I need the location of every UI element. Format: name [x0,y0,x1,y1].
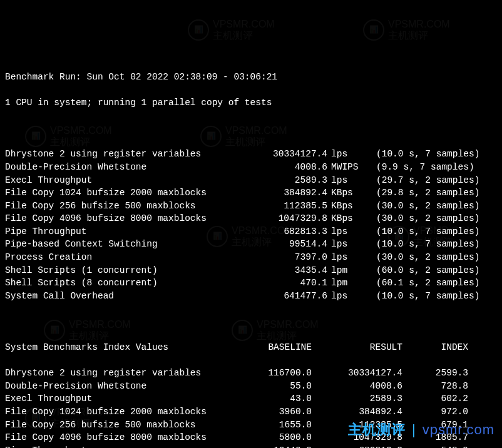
result-value: 99514.4 [243,238,327,251]
result-row: File Copy 256 bufsize 500 maxblocks11238… [5,200,502,213]
cpu-header: 1 CPU in system; running 1 parallel copy… [5,96,502,109]
credit-badge: 主机测评 | vpsmr.com [348,420,494,439]
index-name: Execl Throughput [5,392,237,405]
index-row: Double-Precision Whetstone55.04008.6728.… [5,380,502,393]
result-value: 2589.3 [243,174,327,187]
credit-cn: 主机测评 [348,420,406,439]
index-row: Pipe Throughput12440.0682813.3548.9 [5,444,502,448]
result-unit: lps [327,174,365,187]
result-value: 7397.0 [243,251,327,264]
result-timing: (10.0 s, 7 samples) [365,225,479,238]
index-row: File Copy 1024 bufsize 2000 maxblocks396… [5,405,502,419]
result-unit: lpm [327,277,365,290]
result-row: Execl Throughput2589.3lps(29.7 s, 2 samp… [5,174,502,187]
result-unit: lps [327,148,365,161]
result-timing: (10.0 s, 7 samples) [365,290,479,303]
result-row: System Call Overhead641477.6lps(10.0 s, … [5,290,502,303]
index-result: 384892.4 [312,405,402,419]
run-header: Benchmark Run: Sun Oct 02 2022 02:38:09 … [5,71,502,84]
result-unit: MWIPS [327,161,365,174]
index-header: System Benchmarks Index ValuesBASELINERE… [5,341,502,354]
result-unit: lps [327,251,365,264]
result-unit: KBps [327,200,365,213]
index-index: 602.2 [402,392,468,405]
result-name: File Copy 4096 bufsize 8000 maxblocks [5,212,243,225]
result-row: Pipe-based Context Switching99514.4lps(1… [5,238,502,251]
index-row: Dhrystone 2 using register variables1167… [5,367,502,380]
result-unit: lps [327,238,365,251]
index-baseline: 3960.0 [237,405,312,419]
result-value: 641477.6 [243,290,327,303]
result-value: 30334127.4 [243,148,327,161]
index-name: File Copy 1024 bufsize 2000 maxblocks [5,405,237,419]
index-baseline: 116700.0 [237,367,312,380]
result-unit: lps [327,290,365,303]
result-row: Process Creation7397.0lps(30.0 s, 2 samp… [5,251,502,264]
index-baseline: 5800.0 [237,431,312,444]
index-index: 972.0 [402,405,468,419]
result-name: Pipe-based Context Switching [5,238,243,251]
result-value: 384892.4 [243,186,327,200]
result-value: 4008.6 [243,161,327,174]
result-value: 1047329.8 [243,212,327,225]
terminal-output: Benchmark Run: Sun Oct 02 2022 02:38:09 … [5,58,502,448]
index-name: File Copy 4096 bufsize 8000 maxblocks [5,431,237,444]
index-baseline: 43.0 [237,392,312,405]
result-name: Shell Scripts (8 concurrent) [5,277,243,290]
result-timing: (60.0 s, 2 samples) [365,264,479,277]
result-timing: (60.1 s, 2 samples) [365,277,479,290]
index-index: 548.9 [402,444,468,448]
index-index: 2599.3 [402,367,468,380]
index-baseline: 55.0 [237,380,312,393]
index-baseline: 12440.0 [237,444,312,448]
result-unit: lps [327,225,365,238]
result-unit: KBps [327,186,365,200]
result-row: File Copy 4096 bufsize 8000 maxblocks104… [5,212,502,225]
index-result: 4008.6 [312,380,402,393]
index-result: 682813.3 [312,444,402,448]
result-timing: (29.7 s, 2 samples) [365,174,479,187]
result-timing: (30.0 s, 2 samples) [365,200,479,213]
index-row: Execl Throughput43.02589.3602.2 [5,392,502,405]
result-row: Double-Precision Whetstone4008.6MWIPS(9.… [5,161,502,174]
result-value: 112385.5 [243,200,327,213]
index-name: Dhrystone 2 using register variables [5,367,237,380]
result-name: Execl Throughput [5,174,243,187]
result-name: Shell Scripts (1 concurrent) [5,264,243,277]
result-timing: (10.0 s, 7 samples) [365,148,479,161]
result-timing: (30.0 s, 2 samples) [365,212,479,225]
results-table: Dhrystone 2 using register variables3033… [5,148,502,302]
index-name: Double-Precision Whetstone [5,380,237,393]
index-baseline: 1655.0 [237,419,312,432]
result-name: Dhrystone 2 using register variables [5,148,243,161]
result-name: Double-Precision Whetstone [5,161,243,174]
result-row: Dhrystone 2 using register variables3033… [5,148,502,161]
result-row: Shell Scripts (8 concurrent)470.1lpm(60.… [5,277,502,290]
result-timing: (29.8 s, 2 samples) [365,186,479,200]
result-value: 470.1 [243,277,327,290]
result-row: File Copy 1024 bufsize 2000 maxblocks384… [5,186,502,200]
index-name: Pipe Throughput [5,444,237,448]
result-name: File Copy 256 bufsize 500 maxblocks [5,200,243,213]
result-name: File Copy 1024 bufsize 2000 maxblocks [5,186,243,200]
result-unit: lpm [327,264,365,277]
result-row: Pipe Throughput682813.3lps(10.0 s, 7 sam… [5,225,502,238]
result-value: 3435.4 [243,264,327,277]
result-timing: (30.0 s, 2 samples) [365,251,479,264]
index-result: 2589.3 [312,392,402,405]
result-name: System Call Overhead [5,290,243,303]
index-index: 728.8 [402,380,468,393]
index-result: 30334127.4 [312,367,402,380]
result-name: Pipe Throughput [5,225,243,238]
result-timing: (10.0 s, 7 samples) [365,238,479,251]
credit-sep: | [412,420,416,439]
result-unit: KBps [327,212,365,225]
index-name: File Copy 256 bufsize 500 maxblocks [5,419,237,432]
credit-url: vpsmr.com [423,420,494,439]
result-row: Shell Scripts (1 concurrent)3435.4lpm(60… [5,264,502,277]
result-timing: (9.9 s, 7 samples) [365,161,474,174]
result-name: Process Creation [5,251,243,264]
result-value: 682813.3 [243,225,327,238]
